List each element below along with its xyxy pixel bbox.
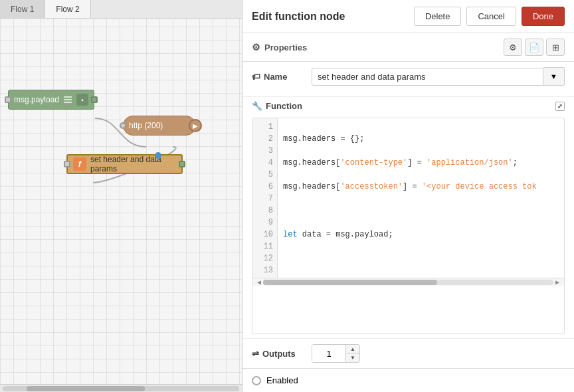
scroll-left-icon[interactable]: ◀: [255, 278, 263, 286]
node-function-input: [64, 161, 70, 167]
flow-canvas[interactable]: Flow 1 Flow 2 msg.payload ▪ http (200) ▶…: [0, 0, 242, 392]
cancel-button[interactable]: Cancel: [466, 7, 516, 26]
scroll-right-icon[interactable]: ▶: [553, 278, 561, 286]
code-line-6: [283, 252, 559, 264]
code-line-7: ▾ msg.payload = {: [283, 276, 559, 278]
node-http-output: ▶: [189, 119, 202, 132]
code-horizontal-scrollbar[interactable]: ◀ ▶: [252, 278, 564, 286]
enabled-label: Enabled: [266, 375, 298, 385]
scroll-track: [263, 280, 553, 285]
node-msg-payload-output: [91, 96, 98, 103]
properties-icons: ⚙ 📄 ⊞: [504, 39, 565, 56]
outputs-section: ⇌ Outputs ▲ ▼: [242, 338, 574, 368]
wrench-icon: 🔧: [252, 101, 262, 111]
tag-icon: 🏷: [252, 72, 260, 82]
code-line-2: msg.headers['content-type'] = 'applicati…: [283, 157, 559, 169]
edit-panel: Edit function node Delete Cancel Done ⚙ …: [242, 0, 574, 392]
outputs-label: ⇌ Outputs: [252, 349, 312, 359]
code-editor-inner: 12345 678910 111213 msg.headers = {}; ms…: [252, 118, 564, 278]
function-label: set header and data params: [90, 155, 176, 173]
shuffle-icon: ⇌: [252, 349, 259, 359]
name-input-addon[interactable]: ▼: [543, 67, 565, 86]
code-line-1: msg.headers = {};: [283, 133, 559, 145]
edit-panel-title: Edit function node: [252, 11, 345, 23]
tab-flow2[interactable]: Flow 2: [45, 0, 90, 18]
gear-icon: ⚙: [252, 42, 260, 52]
code-line-3: msg.headers['accesstoken'] = '<your devi…: [283, 181, 559, 193]
name-label: 🏷 Name: [252, 72, 312, 82]
expand-code-btn[interactable]: ⤢: [555, 102, 565, 111]
code-line-4: [283, 205, 559, 217]
node-http[interactable]: http (200) ▶: [123, 116, 196, 136]
code-line-5: let data = msg.payload;: [283, 229, 559, 241]
scroll-thumb: [263, 280, 437, 285]
settings-icon-btn[interactable]: ⚙: [504, 39, 522, 56]
msg-payload-icon: ▪: [76, 94, 88, 106]
node-msg-payload[interactable]: msg.payload ▪: [8, 90, 94, 110]
node-msg-payload-input: [5, 96, 11, 103]
name-row: 🏷 Name ▼: [252, 67, 565, 86]
name-input[interactable]: [312, 68, 543, 86]
function-dirty-indicator: [155, 152, 161, 159]
code-section-wrapper: 12345 678910 111213 msg.headers = {}; ms…: [242, 118, 574, 338]
node-function-output: [179, 161, 185, 167]
properties-bar: ⚙ Properties ⚙ 📄 ⊞: [242, 33, 574, 62]
delete-button[interactable]: Delete: [414, 7, 462, 26]
connections-svg: [0, 19, 242, 392]
flow-tabs: Flow 1 Flow 2: [0, 0, 242, 19]
node-http-input: [120, 122, 126, 129]
edit-header: Edit function node Delete Cancel Done: [242, 0, 574, 33]
tab-flow1[interactable]: Flow 1: [0, 0, 45, 18]
form-section-name: 🏷 Name ▼: [242, 62, 574, 97]
line-numbers: 12345 678910 111213: [252, 118, 278, 278]
lines-icon: [64, 96, 72, 103]
enabled-indicator: [252, 376, 261, 385]
function-section-label: 🔧 Function ⤢: [252, 101, 565, 111]
enabled-row: Enabled: [242, 368, 574, 392]
properties-title: ⚙ Properties: [252, 42, 307, 52]
outputs-input[interactable]: [312, 345, 345, 362]
http-label: http (200): [129, 121, 163, 130]
edit-header-actions: Delete Cancel Done: [414, 7, 565, 26]
canvas-scrollbar[interactable]: [0, 384, 242, 392]
function-f-icon: f: [73, 157, 86, 171]
code-content[interactable]: msg.headers = {}; msg.headers['content-t…: [278, 118, 564, 278]
msg-payload-label: msg.payload: [14, 95, 59, 104]
expand-icon-btn[interactable]: ⊞: [546, 39, 565, 56]
stepper-up-btn[interactable]: ▲: [346, 345, 359, 353]
doc-icon-btn[interactable]: 📄: [525, 39, 543, 56]
code-editor[interactable]: 12345 678910 111213 msg.headers = {}; ms…: [252, 118, 565, 334]
function-section-header: 🔧 Function ⤢: [242, 97, 574, 118]
stepper-down-btn[interactable]: ▼: [346, 353, 359, 362]
outputs-stepper[interactable]: ▲ ▼: [312, 344, 360, 363]
done-button[interactable]: Done: [522, 7, 565, 26]
stepper-buttons: ▲ ▼: [345, 345, 359, 362]
node-function[interactable]: f set header and data params: [66, 154, 183, 174]
